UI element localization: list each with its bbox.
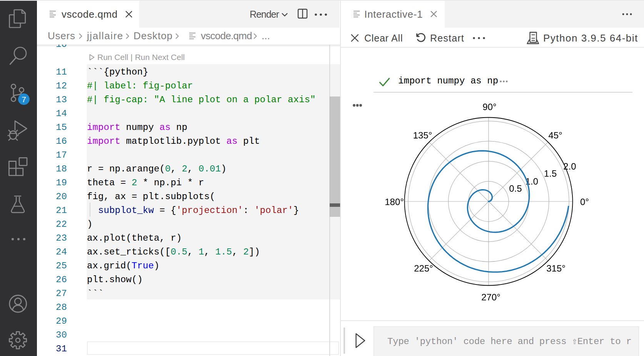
svg-text:7: 7 [22, 95, 26, 104]
